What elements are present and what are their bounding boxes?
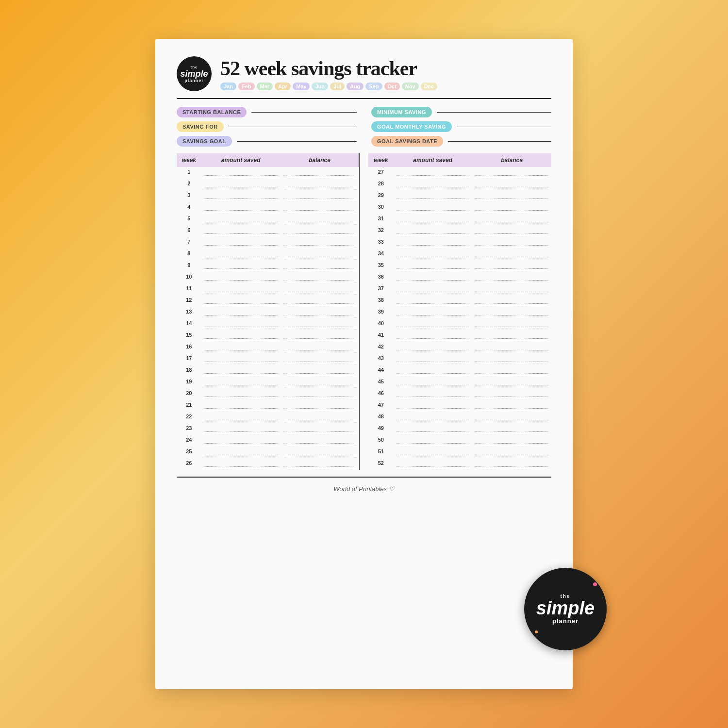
amount-saved-left[interactable]	[201, 214, 281, 225]
balance-left[interactable]	[281, 167, 360, 179]
balance-left[interactable]	[281, 214, 360, 225]
amount-saved-right[interactable]	[393, 260, 472, 272]
balance-left[interactable]	[281, 202, 360, 214]
amount-saved-left[interactable]	[201, 272, 281, 283]
amount-saved-right[interactable]	[393, 353, 472, 365]
amount-saved-left[interactable]	[201, 167, 281, 179]
balance-right[interactable]	[472, 435, 551, 447]
amount-saved-left[interactable]	[201, 388, 281, 400]
balance-left[interactable]	[281, 377, 360, 388]
amount-saved-right[interactable]	[393, 283, 472, 295]
balance-left[interactable]	[281, 365, 360, 377]
amount-saved-right[interactable]	[393, 435, 472, 447]
balance-right[interactable]	[472, 283, 551, 295]
balance-right[interactable]	[472, 237, 551, 248]
balance-left[interactable]	[281, 295, 360, 307]
balance-right[interactable]	[472, 260, 551, 272]
amount-saved-left[interactable]	[201, 435, 281, 447]
balance-left[interactable]	[281, 447, 360, 458]
balance-right[interactable]	[472, 179, 551, 190]
balance-left[interactable]	[281, 225, 360, 237]
balance-left[interactable]	[281, 435, 360, 447]
amount-saved-right[interactable]	[393, 225, 472, 237]
amount-saved-left[interactable]	[201, 202, 281, 214]
amount-saved-left[interactable]	[201, 190, 281, 202]
balance-right[interactable]	[472, 225, 551, 237]
amount-saved-right[interactable]	[393, 330, 472, 342]
amount-saved-left[interactable]	[201, 283, 281, 295]
balance-left[interactable]	[281, 388, 360, 400]
balance-left[interactable]	[281, 318, 360, 330]
amount-saved-left[interactable]	[201, 237, 281, 248]
balance-right[interactable]	[472, 377, 551, 388]
balance-right[interactable]	[472, 167, 551, 179]
balance-left[interactable]	[281, 260, 360, 272]
balance-right[interactable]	[472, 423, 551, 435]
balance-right[interactable]	[472, 412, 551, 423]
amount-saved-right[interactable]	[393, 272, 472, 283]
balance-right[interactable]	[472, 342, 551, 353]
amount-saved-left[interactable]	[201, 330, 281, 342]
balance-left[interactable]	[281, 342, 360, 353]
balance-right[interactable]	[472, 447, 551, 458]
balance-left[interactable]	[281, 412, 360, 423]
amount-saved-left[interactable]	[201, 458, 281, 470]
amount-saved-left[interactable]	[201, 365, 281, 377]
balance-right[interactable]	[472, 400, 551, 412]
balance-left[interactable]	[281, 458, 360, 470]
balance-left[interactable]	[281, 330, 360, 342]
amount-saved-right[interactable]	[393, 307, 472, 318]
amount-saved-right[interactable]	[393, 447, 472, 458]
amount-saved-right[interactable]	[393, 412, 472, 423]
balance-left[interactable]	[281, 248, 360, 260]
amount-saved-left[interactable]	[201, 342, 281, 353]
amount-saved-right[interactable]	[393, 388, 472, 400]
balance-left[interactable]	[281, 283, 360, 295]
amount-saved-right[interactable]	[393, 458, 472, 470]
balance-right[interactable]	[472, 388, 551, 400]
amount-saved-left[interactable]	[201, 179, 281, 190]
balance-right[interactable]	[472, 248, 551, 260]
amount-saved-right[interactable]	[393, 423, 472, 435]
balance-left[interactable]	[281, 237, 360, 248]
balance-left[interactable]	[281, 353, 360, 365]
balance-left[interactable]	[281, 423, 360, 435]
balance-right[interactable]	[472, 202, 551, 214]
amount-saved-right[interactable]	[393, 400, 472, 412]
balance-right[interactable]	[472, 365, 551, 377]
amount-saved-right[interactable]	[393, 202, 472, 214]
amount-saved-left[interactable]	[201, 248, 281, 260]
balance-right[interactable]	[472, 353, 551, 365]
amount-saved-right[interactable]	[393, 179, 472, 190]
amount-saved-left[interactable]	[201, 260, 281, 272]
balance-right[interactable]	[472, 307, 551, 318]
amount-saved-left[interactable]	[201, 295, 281, 307]
balance-left[interactable]	[281, 179, 360, 190]
balance-left[interactable]	[281, 307, 360, 318]
balance-right[interactable]	[472, 272, 551, 283]
balance-left[interactable]	[281, 272, 360, 283]
amount-saved-right[interactable]	[393, 365, 472, 377]
balance-right[interactable]	[472, 318, 551, 330]
amount-saved-left[interactable]	[201, 412, 281, 423]
amount-saved-left[interactable]	[201, 353, 281, 365]
amount-saved-left[interactable]	[201, 447, 281, 458]
amount-saved-left[interactable]	[201, 400, 281, 412]
amount-saved-left[interactable]	[201, 225, 281, 237]
amount-saved-left[interactable]	[201, 377, 281, 388]
amount-saved-right[interactable]	[393, 295, 472, 307]
balance-left[interactable]	[281, 190, 360, 202]
balance-right[interactable]	[472, 458, 551, 470]
amount-saved-right[interactable]	[393, 167, 472, 179]
amount-saved-right[interactable]	[393, 214, 472, 225]
amount-saved-right[interactable]	[393, 318, 472, 330]
amount-saved-right[interactable]	[393, 190, 472, 202]
amount-saved-left[interactable]	[201, 307, 281, 318]
amount-saved-left[interactable]	[201, 423, 281, 435]
balance-right[interactable]	[472, 190, 551, 202]
balance-right[interactable]	[472, 295, 551, 307]
balance-left[interactable]	[281, 400, 360, 412]
balance-right[interactable]	[472, 330, 551, 342]
amount-saved-right[interactable]	[393, 342, 472, 353]
amount-saved-right[interactable]	[393, 248, 472, 260]
